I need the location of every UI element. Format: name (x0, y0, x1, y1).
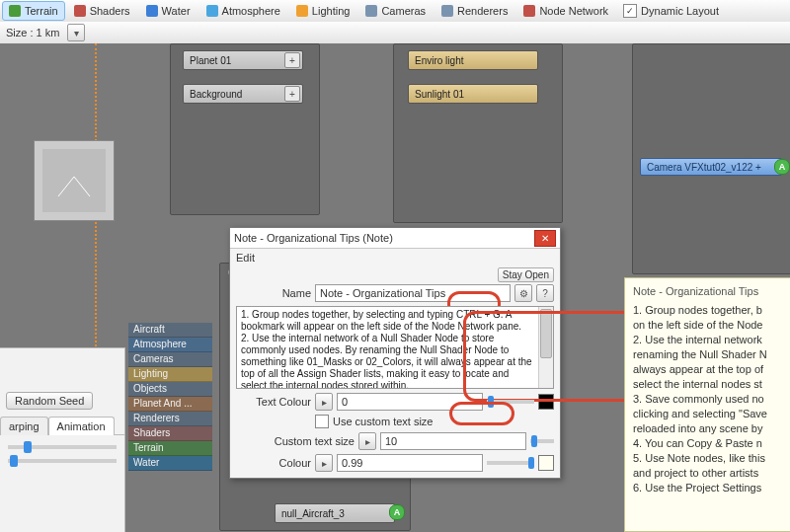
help-title: Note - Organizational Tips (633, 284, 790, 299)
node-label: Enviro light (415, 55, 463, 66)
use-custom-label: Use custom text size (333, 416, 433, 427)
toolbar-icon (365, 5, 377, 17)
node-camera[interactable]: Camera VFXtut02_v122 + (640, 158, 782, 176)
stay-open-button[interactable]: Stay Open (498, 267, 554, 282)
name-input[interactable] (315, 284, 511, 302)
chevron-icon[interactable]: ▸ (358, 432, 376, 450)
category-objects[interactable]: Objects (128, 382, 212, 397)
category-water[interactable]: Water (128, 456, 212, 471)
toolbar-icon (9, 5, 21, 17)
toolbar-label: Node Network (539, 5, 608, 17)
text-colour-input[interactable] (337, 393, 483, 411)
toolbar-node-network[interactable]: Node Network (516, 1, 615, 21)
toolbar-renderers[interactable]: Renderers (434, 1, 514, 21)
toolbar-icon (441, 5, 453, 17)
slider-2[interactable] (8, 459, 117, 463)
scrollbar[interactable] (538, 307, 553, 388)
toolbar-label: Water (162, 5, 191, 17)
help-line: 2. Use the internal network (633, 333, 790, 347)
help-line: clicking and selecting "Save (633, 407, 790, 421)
custom-size-input[interactable] (380, 432, 526, 450)
colour-swatch[interactable] (538, 455, 554, 471)
help-line: 5. Use Note nodes, like this (633, 451, 790, 466)
note-body[interactable]: 1. Group nodes together, by selecting an… (236, 306, 554, 389)
custom-size-slider[interactable] (530, 439, 554, 443)
category-lighting[interactable]: Lighting (128, 367, 212, 382)
colour-slider[interactable] (487, 461, 534, 465)
toolbar-terrain[interactable]: Terrain (2, 1, 65, 21)
help-line: reloaded into any scene by (633, 421, 790, 436)
node-null-aircraft[interactable]: null_Aircraft_3 (275, 503, 395, 523)
category-cameras[interactable]: Cameras (128, 352, 212, 367)
colour-input[interactable] (337, 454, 483, 472)
tab-arping[interactable]: arping (0, 417, 48, 435)
toolbar-water[interactable]: Water (139, 1, 198, 21)
node-background[interactable]: Background + (183, 84, 303, 104)
node-group-2[interactable]: Enviro light Sunlight 01 (393, 43, 563, 223)
size-dropdown-icon[interactable]: ▾ (67, 24, 85, 41)
category-atmosphere[interactable]: Atmosphere (128, 338, 212, 352)
category-strip: AircraftAtmosphereCamerasLightingObjects… (128, 323, 212, 471)
help-line: 4. You can Copy & Paste n (633, 436, 790, 451)
toolbar-icon (523, 5, 535, 17)
toolbar-atmosphere[interactable]: Atmosphere (199, 1, 287, 21)
toolbar-shaders[interactable]: Shaders (67, 1, 137, 21)
node-enviro-light[interactable]: Enviro light (408, 50, 538, 70)
dynamic-layout-checkbox[interactable]: ✓ (623, 4, 637, 18)
dialog-title: Note - Organizational Tips (Note) (234, 232, 393, 244)
help-panel: Note - Organizational Tips 1. Group node… (624, 277, 790, 532)
dialog-titlebar[interactable]: Note - Organizational Tips (Note) ✕ (230, 228, 560, 249)
add-icon[interactable]: + (284, 86, 300, 102)
note-line: 1. Group nodes together, by selecting an… (241, 309, 549, 333)
help-line: on the left side of the Node (633, 318, 790, 333)
toolbar-label: Cameras (381, 5, 426, 17)
toolbar-icon (206, 5, 218, 17)
help-icon[interactable]: ? (536, 284, 554, 302)
node-label: Sunlight 01 (415, 89, 464, 100)
text-colour-slider[interactable] (487, 400, 534, 404)
menu-edit[interactable]: Edit (236, 252, 255, 264)
help-line: select the internal nodes st (633, 377, 790, 392)
toolbar-icon (146, 5, 158, 17)
node-group-1[interactable]: Planet 01 + Background + (170, 43, 320, 215)
slider-1[interactable] (8, 445, 117, 449)
help-line: 1. Group nodes together, b (633, 303, 790, 318)
toolbar-icon (74, 5, 86, 17)
chevron-icon[interactable]: ▸ (315, 454, 333, 472)
badge-a-icon: A (774, 159, 790, 175)
main-toolbar: TerrainShadersWaterAtmosphereLightingCam… (0, 0, 790, 23)
toolbar-icon (296, 5, 308, 17)
gear-icon[interactable]: ⚙ (514, 284, 532, 302)
category-shaders[interactable]: Shaders (128, 426, 212, 441)
category-renderers[interactable]: Renderers (128, 412, 212, 426)
help-line: always appear at the top of (633, 362, 790, 377)
add-icon[interactable]: + (284, 52, 300, 68)
category-planet-and-[interactable]: Planet And ... (128, 397, 212, 412)
sub-toolbar: Size : 1 km ▾ (0, 22, 790, 44)
use-custom-checkbox[interactable] (315, 415, 329, 428)
toolbar-cameras[interactable]: Cameras (358, 1, 433, 21)
node-label: Planet 01 (190, 55, 231, 66)
random-seed-button[interactable]: Random Seed (6, 392, 93, 410)
toolbar-label: Renderers (457, 5, 508, 17)
node-sunlight[interactable]: Sunlight 01 (408, 84, 538, 104)
tab-animation[interactable]: Animation (48, 417, 115, 435)
colour-label: Colour (236, 457, 311, 469)
node-planet[interactable]: Planet 01 + (183, 50, 303, 70)
custom-size-label: Custom text size (236, 435, 355, 447)
toolbar-label: Terrain (25, 5, 58, 17)
preview-thumbnail[interactable] (34, 140, 115, 221)
text-colour-swatch[interactable] (538, 394, 554, 410)
colour-chevron-icon[interactable]: ▸ (315, 393, 333, 411)
size-label: Size : 1 km (6, 27, 59, 38)
properties-panel: Random Seed arping Animation (0, 347, 125, 532)
name-label: Name (236, 287, 311, 299)
text-colour-label: Text Colour (236, 396, 311, 408)
help-line: and project to other artists (633, 466, 790, 481)
node-label: Camera VFXtut02_v122 + (647, 162, 761, 173)
note-dialog: Note - Organizational Tips (Note) ✕ Edit… (229, 227, 561, 479)
toolbar-lighting[interactable]: Lighting (289, 1, 357, 21)
close-icon[interactable]: ✕ (534, 230, 556, 247)
category-terrain[interactable]: Terrain (128, 441, 212, 456)
category-aircraft[interactable]: Aircraft (128, 323, 212, 338)
